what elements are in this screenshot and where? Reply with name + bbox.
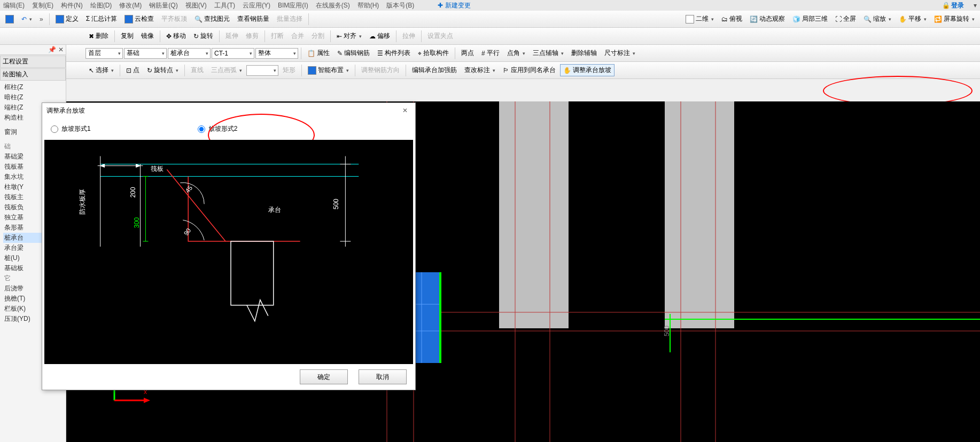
edit-rebar-button[interactable]: ✎编辑钢筋 bbox=[334, 47, 373, 59]
menu-bim[interactable]: BIM应用(I) bbox=[278, 1, 308, 10]
attr-icon: 📋 bbox=[307, 50, 315, 57]
cloud-check-button[interactable]: 云检查 bbox=[121, 13, 157, 25]
cloud-icon: ☁ bbox=[369, 33, 376, 40]
overlook-button[interactable]: 🗂俯视 bbox=[718, 13, 745, 25]
floor-combo[interactable]: 首层 bbox=[85, 48, 123, 59]
sidebar-pin-icon[interactable]: 📌 bbox=[48, 46, 56, 53]
delete-button[interactable]: ✖删除 bbox=[85, 30, 112, 42]
svg-text:300: 300 bbox=[133, 217, 141, 228]
tree-item[interactable]: 框柱(Z bbox=[3, 82, 66, 92]
view-2d-button[interactable]: 二维 bbox=[682, 13, 717, 25]
menu-view[interactable]: 视图(V) bbox=[185, 1, 207, 10]
rect-button: 矩形 bbox=[279, 64, 299, 76]
batch-select-button: 批量选择 bbox=[274, 13, 306, 25]
menu-component[interactable]: 构件(N) bbox=[61, 1, 83, 10]
edit-icon: ✎ bbox=[337, 50, 343, 57]
pan-button[interactable]: ✋平移 bbox=[896, 13, 930, 25]
subtype-combo[interactable]: 桩承台 bbox=[168, 48, 211, 59]
new-change-button[interactable]: ✚ 新建变更 bbox=[438, 1, 470, 10]
dialog-close-icon[interactable]: ✕ bbox=[399, 106, 411, 115]
cancel-button[interactable]: 取消 bbox=[359, 369, 407, 384]
move-icon: ✥ bbox=[166, 33, 172, 40]
tree-item[interactable]: 暗柱(Z bbox=[3, 92, 66, 102]
ok-button[interactable]: 确定 bbox=[300, 369, 348, 384]
pick-component-button[interactable]: ⌖拾取构件 bbox=[415, 47, 452, 59]
break-button: 打断 bbox=[268, 30, 287, 42]
dynamic-view-button[interactable]: 🔄动态观察 bbox=[746, 13, 788, 25]
sidebar-close-icon[interactable]: ✕ bbox=[58, 46, 64, 53]
adjust-cap-slope-button[interactable]: ✋调整承台放坡 bbox=[560, 64, 615, 76]
smart-layout-button[interactable]: 智能布置 bbox=[305, 64, 352, 76]
edit-cap-rebar-button[interactable]: 编辑承台加强筋 bbox=[409, 64, 460, 76]
local-3d-button[interactable]: 🧊局部三维 bbox=[789, 13, 831, 25]
view-rebar-button[interactable]: 查看钢筋量 bbox=[234, 13, 273, 25]
point-angle-button[interactable]: 点角 bbox=[504, 47, 528, 59]
login-button[interactable]: 登录 bbox=[942, 1, 964, 10]
define-icon bbox=[56, 15, 64, 23]
svg-text:500: 500 bbox=[332, 199, 340, 209]
rotate-icon: ↻ bbox=[193, 33, 199, 40]
menu-draw[interactable]: 绘图(D) bbox=[90, 1, 112, 10]
2d-icon bbox=[686, 15, 694, 23]
point-button[interactable]: ⊡点 bbox=[123, 64, 143, 76]
two-point-button[interactable]: 两点 bbox=[458, 47, 477, 59]
sidebar-section-cad[interactable]: 绘图输入 bbox=[0, 68, 66, 81]
check-mark-button[interactable]: 查改标注 bbox=[461, 64, 499, 76]
menu-cloud[interactable]: 云应用(Y) bbox=[243, 1, 270, 10]
svg-line-34 bbox=[167, 169, 225, 241]
menu-help[interactable]: 帮助(H) bbox=[357, 1, 379, 10]
move-button[interactable]: ✥移动 bbox=[163, 30, 189, 42]
screen-rotate-button[interactable]: 🔁屏幕旋转 bbox=[931, 13, 978, 25]
code-combo[interactable]: CT-1 bbox=[212, 48, 254, 59]
menu-version[interactable]: 版本号(B) bbox=[386, 1, 414, 10]
align-button[interactable]: ⇤对齐 bbox=[333, 30, 365, 42]
shape-combo[interactable] bbox=[246, 65, 278, 76]
rotate-point-button[interactable]: ↻旋转点 bbox=[144, 64, 182, 76]
ribbon-edit: ✖删除 复制 镜像 ✥移动 ↻旋转 延伸 修剪 打断 合并 分割 ⇤对齐 ☁偏移… bbox=[0, 28, 980, 45]
menu-copy[interactable]: 复制(E) bbox=[32, 1, 53, 10]
parallel-button[interactable]: #平行 bbox=[478, 47, 503, 59]
arc3-button: 三点画弧 bbox=[208, 64, 245, 76]
radio-slope2[interactable]: 放坡形式2 bbox=[198, 124, 238, 133]
point-icon: ⊡ bbox=[126, 67, 131, 74]
undo-button[interactable]: ↶ bbox=[18, 14, 35, 25]
rotate-button[interactable]: ↻旋转 bbox=[190, 30, 216, 42]
define-button[interactable]: 定义 bbox=[52, 13, 82, 25]
menu-modify[interactable]: 修改(M) bbox=[119, 1, 142, 10]
menu-rebar[interactable]: 钢筋量(Q) bbox=[149, 1, 177, 10]
menu-online[interactable]: 在线服务(S) bbox=[316, 1, 350, 10]
save-button[interactable] bbox=[2, 13, 17, 25]
attr-button[interactable]: 📋属性 bbox=[304, 47, 333, 59]
category-combo[interactable]: 基础 bbox=[124, 48, 167, 59]
menu-tools[interactable]: 工具(T) bbox=[214, 1, 235, 10]
slope-icon: ✋ bbox=[563, 67, 571, 74]
ribbon-draw: ↖选择 ⊡点 ↻旋转点 直线 三点画弧 矩形 智能布置 调整钢筋方向 编辑承台加… bbox=[0, 62, 980, 79]
offset-button[interactable]: ☁偏移 bbox=[366, 30, 393, 42]
copy-button[interactable]: 复制 bbox=[118, 30, 137, 42]
select-button[interactable]: ↖选择 bbox=[85, 64, 117, 76]
stretch-button: 拉伸 bbox=[399, 30, 418, 42]
apply-same-cap-button[interactable]: 🏳应用到同名承台 bbox=[500, 64, 559, 76]
sidebar-header: 📌 ✕ bbox=[0, 45, 66, 55]
fullscreen-button[interactable]: ⛶全屏 bbox=[832, 13, 859, 25]
del-aux-button[interactable]: 删除辅轴 bbox=[568, 47, 600, 59]
find-element-button[interactable]: 🔍查找图元 bbox=[191, 13, 233, 25]
dimension-button[interactable]: 尺寸标注 bbox=[601, 47, 639, 59]
svg-text:90: 90 bbox=[182, 227, 192, 237]
merge-button: 合并 bbox=[288, 30, 307, 42]
sidebar-section-eng[interactable]: 工程设置 bbox=[0, 56, 66, 68]
sum-button[interactable]: Σ 汇总计算 bbox=[83, 13, 121, 25]
split-button: 分割 bbox=[308, 30, 328, 42]
mode-combo[interactable]: 整体 bbox=[255, 48, 298, 59]
three-aux-button[interactable]: 三点辅轴 bbox=[530, 47, 567, 59]
list-icon: ☰ bbox=[377, 50, 383, 57]
mirror-button[interactable]: 镜像 bbox=[138, 30, 157, 42]
adjust-rebar-dir-button: 调整钢筋方向 bbox=[358, 64, 403, 76]
flat-slab-button: 平齐板顶 bbox=[158, 13, 190, 25]
component-list-button[interactable]: ☰构件列表 bbox=[374, 47, 414, 59]
menu-edit[interactable]: 编辑(E) bbox=[3, 1, 25, 10]
radio-slope1[interactable]: 放坡形式1 bbox=[51, 124, 91, 133]
svg-text:防水板厚: 防水板厚 bbox=[79, 189, 86, 215]
svg-rect-1 bbox=[665, 101, 734, 328]
zoom-button[interactable]: 🔍缩放 bbox=[860, 13, 895, 25]
